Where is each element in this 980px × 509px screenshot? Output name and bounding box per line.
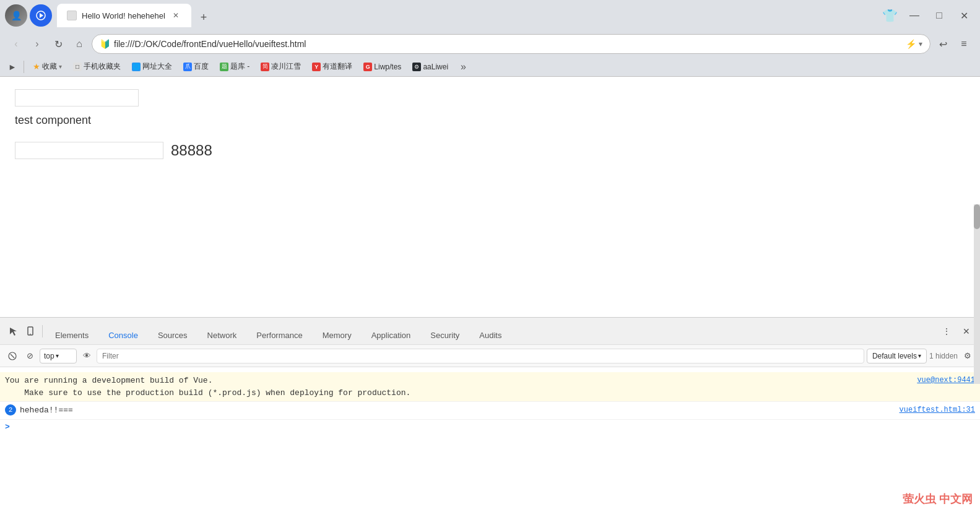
svg-line-5 xyxy=(11,354,14,358)
menu-button[interactable]: ≡ xyxy=(955,35,973,53)
bookmarks-toggle[interactable]: ► xyxy=(5,59,20,74)
baidu-icon: 爪 xyxy=(183,63,192,71)
scrollbar-thumb[interactable] xyxy=(974,204,980,229)
devtools-tab-network[interactable]: Network xyxy=(197,326,247,346)
devtools-tab-audits[interactable]: Audits xyxy=(469,326,511,346)
refresh-button[interactable]: ↻ xyxy=(50,35,67,53)
input-row: 88888 xyxy=(15,142,965,159)
devtools-close-button[interactable]: ✕ xyxy=(958,323,975,340)
bookmark-aalive[interactable]: ⚙ aaLiwei xyxy=(407,61,453,72)
avatar: 👤 xyxy=(5,4,27,27)
star-icon: ★ xyxy=(33,62,40,71)
console-entry: 2 heheda!!=== vueiftest.html:31 xyxy=(0,402,980,420)
test-component-text: test component xyxy=(15,114,965,127)
console-context-select[interactable]: top ▾ xyxy=(40,349,77,363)
bookmark-label: 凌川江雪 xyxy=(271,61,301,72)
bookmark-more[interactable]: » xyxy=(454,60,471,74)
context-arrow: ▾ xyxy=(56,352,59,359)
shirt-icon[interactable]: 👕 xyxy=(878,4,901,27)
console-eye-button[interactable]: 👁 xyxy=(79,349,94,363)
second-input[interactable] xyxy=(15,142,163,159)
security-icon: 🔰 xyxy=(100,39,110,49)
mobile-icon: □ xyxy=(73,63,82,71)
console-toolbar: ⊘ top ▾ 👁 Default levels ▾ 1 hidden ⚙ xyxy=(0,345,980,367)
devtools-tab-sources[interactable]: Sources xyxy=(148,326,197,346)
forward-button[interactable]: › xyxy=(28,35,46,53)
g-icon: G xyxy=(363,63,372,71)
new-tab-button[interactable]: + xyxy=(194,7,214,27)
devtools-tab-application[interactable]: Application xyxy=(362,326,421,346)
minimize-button[interactable]: — xyxy=(903,4,926,27)
url-bar[interactable]: 🔰 file:///D:/OK/Code/frontEnd/vueHello/v… xyxy=(92,34,930,54)
bookmark-label: 手机收藏夹 xyxy=(84,61,121,72)
maximize-button[interactable]: □ xyxy=(928,4,950,27)
console-entry-source[interactable]: vueiftest.html:31 xyxy=(900,404,975,415)
console-no-entry-button[interactable]: ⊘ xyxy=(22,349,37,363)
bookmark-nav[interactable]: 🌐 网址大全 xyxy=(127,60,177,73)
separator xyxy=(24,61,24,73)
close-button[interactable]: ✕ xyxy=(953,4,975,27)
tab-close-button[interactable]: ✕ xyxy=(170,10,181,21)
devtools-tab-performance[interactable]: Performance xyxy=(246,326,312,346)
console-prompt[interactable]: > xyxy=(0,420,980,434)
home-button[interactable]: ⌂ xyxy=(71,35,88,53)
bookmark-tiku[interactable]: 题 题库 - xyxy=(215,60,254,73)
devtools-cursor-button[interactable] xyxy=(5,323,22,340)
url-dropdown-arrow[interactable]: ▾ xyxy=(919,40,922,48)
devtools-panel: Elements Console Sources Network Perform… xyxy=(0,317,980,509)
scrollbar-track[interactable] xyxy=(974,204,980,384)
active-tab[interactable]: Hello World! hehehehel ✕ xyxy=(57,4,191,27)
bookmark-label: 网址大全 xyxy=(142,61,172,72)
devtools-tab-security[interactable]: Security xyxy=(420,326,469,346)
bookmark-jian[interactable]: 简 凌川江雪 xyxy=(256,60,306,73)
bookmark-youdao[interactable]: Y 有道翻译 xyxy=(307,60,357,73)
jian-icon: 简 xyxy=(261,63,269,71)
tab-bar: Hello World! hehehehel ✕ + xyxy=(57,4,876,27)
svg-marker-1 xyxy=(40,13,43,18)
bookmark-mobile[interactable]: □ 手机收藏夹 xyxy=(68,60,126,73)
gh-icon: ⚙ xyxy=(412,63,421,71)
devtools-tab-elements[interactable]: Elements xyxy=(45,326,98,346)
devtools-tab-console[interactable]: Console xyxy=(98,326,148,346)
console-hidden-count: 1 hidden xyxy=(929,352,958,360)
console-settings-button[interactable]: ⚙ xyxy=(960,349,975,363)
bookmark-label: 百度 xyxy=(194,61,209,72)
browser-nav-button[interactable] xyxy=(30,4,52,27)
console-filter-input[interactable] xyxy=(97,349,864,363)
console-clear-button[interactable] xyxy=(5,349,20,363)
bookmark-collect[interactable]: ★ 收藏 ▾ xyxy=(28,60,67,73)
first-input[interactable] xyxy=(15,89,139,107)
levels-label: Default levels xyxy=(872,352,917,360)
bookmark-label: 收藏 xyxy=(42,61,57,72)
devtools-more-button[interactable]: ⋮ xyxy=(938,323,955,340)
webpage: test component 88888 xyxy=(0,77,980,317)
bookmark-label: 题库 - xyxy=(230,61,249,72)
devtools-tab-memory[interactable]: Memory xyxy=(313,326,362,346)
bookmark-liwp[interactable]: G Liwp/tes xyxy=(358,61,406,72)
window-controls: 👕 — □ ✕ xyxy=(878,4,975,27)
console-levels-select[interactable]: Default levels ▾ xyxy=(867,349,927,363)
nav-icon: 🌐 xyxy=(132,63,141,71)
prompt-char: > xyxy=(5,422,10,432)
undo-button[interactable]: ↩ xyxy=(934,35,952,53)
bookmark-baidu[interactable]: 爪 百度 xyxy=(178,60,214,73)
devtools-controls: ⋮ ✕ xyxy=(938,323,975,340)
devtools-device-button[interactable] xyxy=(22,323,40,340)
tiku-icon: 题 xyxy=(220,63,228,71)
console-entry-text: You are running a development build of V… xyxy=(5,375,907,399)
back-button[interactable]: ‹ xyxy=(7,35,25,53)
bookmark-label: 有道翻译 xyxy=(323,61,352,72)
devtools-separator xyxy=(42,325,43,337)
console-repeat-badge: 2 xyxy=(5,404,16,415)
bookmark-label: Liwp/tes xyxy=(374,63,401,71)
title-bar: 👤 Hello World! hehehehel ✕ + 👕 — □ ✕ xyxy=(0,0,980,31)
browser-window: 👤 Hello World! hehehehel ✕ + 👕 — □ ✕ ‹ ›… xyxy=(0,0,980,509)
dropdown-arrow: ▾ xyxy=(59,63,62,70)
devtools-top-row: Elements Console Sources Network Perform… xyxy=(0,318,980,345)
context-label: top xyxy=(44,352,54,360)
more-bookmarks-icon: » xyxy=(461,61,466,72)
console-entry-source[interactable]: vue@next:9441 xyxy=(917,375,975,386)
console-entry: You are running a development build of V… xyxy=(0,372,980,402)
console-output: You are running a development build of V… xyxy=(0,367,980,509)
content-area: test component 88888 xyxy=(0,77,980,509)
